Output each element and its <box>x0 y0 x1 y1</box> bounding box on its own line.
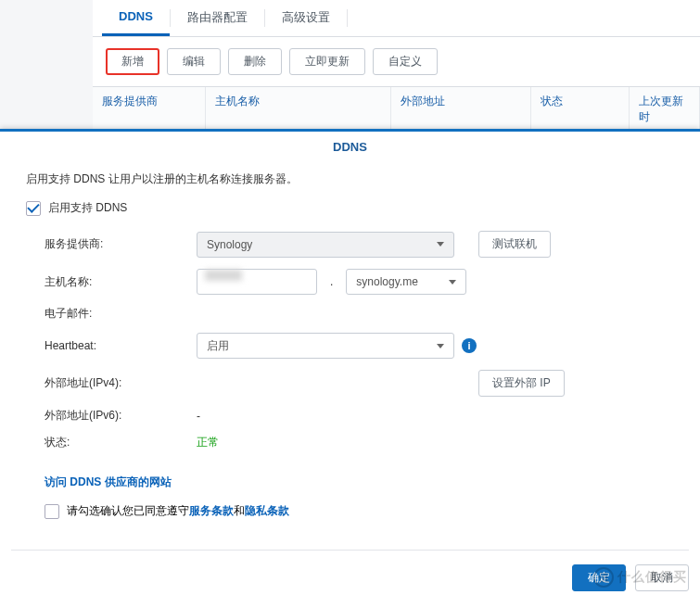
test-connection-button[interactable]: 测试联机 <box>478 231 551 258</box>
ipv6-label: 外部地址(IPv6): <box>45 408 197 424</box>
status-value: 正常 <box>197 435 219 450</box>
update-now-button[interactable]: 立即更新 <box>289 48 365 75</box>
edit-button[interactable]: 编辑 <box>167 48 221 75</box>
col-status[interactable]: 状态 <box>531 87 630 132</box>
provider-label: 服务提供商: <box>45 236 197 252</box>
tab-advanced[interactable]: 高级设置 <box>265 0 347 36</box>
col-provider[interactable]: 服务提供商 <box>93 87 206 132</box>
tos-link[interactable]: 服务条款 <box>189 504 234 517</box>
delete-button[interactable]: 删除 <box>228 48 282 75</box>
enable-ddns-row: 启用支持 DDNS <box>26 200 674 216</box>
heartbeat-label: Heartbeat: <box>45 339 197 352</box>
ok-button[interactable]: 确定 <box>572 564 626 591</box>
modal-body: 启用支持 DDNS 让用户以注册的主机名称连接服务器。 启用支持 DDNS 服务… <box>0 162 700 519</box>
footer-separator <box>11 550 689 551</box>
info-icon[interactable]: i <box>462 338 477 353</box>
add-button[interactable]: 新增 <box>106 48 159 75</box>
ddns-modal: DDNS 启用支持 DDNS 让用户以注册的主机名称连接服务器。 启用支持 DD… <box>0 129 700 595</box>
toolbar: 新增 编辑 删除 立即更新 自定义 <box>93 37 700 86</box>
email-label: 电子邮件: <box>45 306 197 322</box>
table-header: 服务提供商 主机名称 外部地址 状态 上次更新时 <box>93 86 700 133</box>
enable-ddns-checkbox[interactable] <box>26 201 41 216</box>
terms-row: 请勾选确认您已同意遵守服务条款和隐私条款 <box>26 503 674 519</box>
modal-title: DDNS <box>0 132 700 162</box>
hostname-input[interactable] <box>197 269 317 295</box>
ipv4-label: 外部地址(IPv4): <box>45 375 197 391</box>
terms-text: 请勾选确认您已同意遵守服务条款和隐私条款 <box>67 503 289 519</box>
provider-select[interactable]: Synology <box>197 232 454 258</box>
modal-description: 启用支持 DDNS 让用户以注册的主机名称连接服务器。 <box>26 171 674 187</box>
privacy-link[interactable]: 隐私条款 <box>245 504 289 517</box>
enable-ddns-label: 启用支持 DDNS <box>48 200 127 216</box>
col-last-update[interactable]: 上次更新时 <box>630 87 700 132</box>
cancel-button[interactable]: 取消 <box>635 564 689 591</box>
domain-select[interactable]: synology.me <box>346 269 466 295</box>
chevron-down-icon <box>437 344 444 348</box>
chevron-down-icon <box>437 242 444 247</box>
provider-website-link[interactable]: 访问 DDNS 供应商的网站 <box>45 475 674 490</box>
terms-checkbox[interactable] <box>45 504 59 519</box>
tab-separator <box>347 9 348 27</box>
hostname-dot: . <box>325 275 338 288</box>
tab-router-config[interactable]: 路由器配置 <box>171 0 264 36</box>
set-external-ip-button[interactable]: 设置外部 IP <box>478 370 565 397</box>
custom-button[interactable]: 自定义 <box>373 48 438 75</box>
status-label: 状态: <box>45 435 197 450</box>
tab-ddns[interactable]: DDNS <box>102 0 170 36</box>
hostname-label: 主机名称: <box>45 274 197 290</box>
col-hostname[interactable]: 主机名称 <box>206 87 391 132</box>
tab-bar: DDNS 路由器配置 高级设置 <box>93 0 700 37</box>
modal-footer: 确定 取消 <box>572 564 689 595</box>
chevron-down-icon <box>449 280 456 285</box>
heartbeat-select[interactable]: 启用 <box>197 333 454 359</box>
col-external[interactable]: 外部地址 <box>391 87 531 132</box>
ipv6-value: - <box>197 410 200 423</box>
